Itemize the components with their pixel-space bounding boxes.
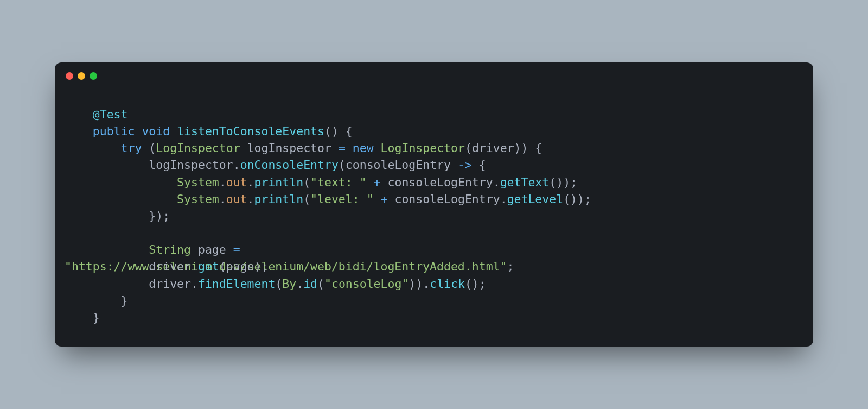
token-punct: () { <box>324 124 353 138</box>
token-prop: out <box>226 175 247 189</box>
token-punct: ( <box>465 141 472 155</box>
token-ident: page <box>198 243 226 256</box>
token-punct: ()); <box>563 192 591 206</box>
token-punct: . <box>500 192 507 206</box>
code-line: "https://www.selenium.dev/selenium/web/b… <box>55 258 813 275</box>
maximize-icon[interactable] <box>90 72 97 80</box>
token-punct: ( <box>149 141 156 155</box>
token-punct: ( <box>303 192 310 206</box>
token-punct: )) { <box>514 141 542 155</box>
token-punct: . <box>219 192 226 206</box>
code-line: } <box>55 292 813 309</box>
token-method: println <box>254 192 304 206</box>
token-type: System <box>177 192 219 206</box>
code-line: @Test <box>55 106 813 123</box>
token-punct: . <box>493 175 500 189</box>
token-ident: driver <box>472 141 514 155</box>
token-ident: consoleLogEntry <box>394 192 500 206</box>
token-type: LogInspector <box>156 141 240 155</box>
code-window: @Test public void listenToConsoleEvents(… <box>55 62 813 347</box>
minimize-icon[interactable] <box>78 72 85 80</box>
token-punct: . <box>191 277 198 291</box>
token-method: getText <box>500 175 550 189</box>
code-line: } <box>55 309 813 326</box>
code-line: System.out.println("text: " + consoleLog… <box>55 174 813 191</box>
token-punct: )). <box>409 277 430 291</box>
token-method: onConsoleEntry <box>240 158 339 172</box>
token-ident: logInspector <box>149 158 233 172</box>
token-punct: ; <box>507 260 514 273</box>
token-op: + <box>381 192 388 206</box>
token-punct: }); <box>149 209 170 223</box>
token-punct: ( <box>303 175 310 189</box>
token-op: = <box>339 141 346 155</box>
window-titlebar <box>55 62 813 80</box>
token-punct: } <box>121 294 128 307</box>
token-punct: } <box>93 311 100 324</box>
token-punct: (); <box>465 277 486 291</box>
code-line <box>55 224 813 241</box>
token-method: println <box>254 175 304 189</box>
token-str: "text: " <box>310 175 367 189</box>
token-ident: consoleLogEntry <box>388 175 493 189</box>
token-method: findElement <box>198 277 275 291</box>
code-line: driver.findElement(By.id("consoleLog")).… <box>55 275 813 292</box>
close-icon[interactable] <box>66 72 73 80</box>
code-line: }); <box>55 207 813 224</box>
token-punct: ( <box>339 158 346 172</box>
token-method: id <box>303 277 317 291</box>
token-str: "level: " <box>310 192 374 206</box>
code-line: String page = <box>55 241 813 258</box>
token-method: getLevel <box>507 192 564 206</box>
token-punct: { <box>479 158 486 172</box>
token-method: listenToConsoleEvents <box>177 124 324 138</box>
token-punct: ( <box>317 277 324 291</box>
token-op: + <box>374 175 381 189</box>
token-type: LogInspector <box>381 141 465 155</box>
token-type: String <box>149 243 191 256</box>
overlay-line: driver.get(page); <box>65 258 268 275</box>
token-punct: . <box>219 175 226 189</box>
token-type: By <box>282 277 296 291</box>
token-punct: . <box>296 277 303 291</box>
token-method: click <box>430 277 465 291</box>
token-punct: . <box>247 175 254 189</box>
token-op: = <box>233 243 240 256</box>
token-punct: ()); <box>549 175 577 189</box>
code-line: public void listenToConsoleEvents() { <box>55 123 813 140</box>
code-block: @Test public void listenToConsoleEvents(… <box>55 80 813 331</box>
token-ident: consoleLogEntry <box>346 158 451 172</box>
token-punct: ( <box>275 277 282 291</box>
code-line: logInspector.onConsoleEntry(consoleLogEn… <box>55 156 813 173</box>
code-line: System.out.println("level: " + consoleLo… <box>55 191 813 207</box>
token-ann: @Test <box>93 108 128 121</box>
token-punct: . <box>247 192 254 206</box>
token-prop: out <box>226 192 247 206</box>
token-str: "consoleLog" <box>324 277 409 291</box>
token-kw: void <box>142 124 170 138</box>
token-ident: logInspector <box>247 141 331 155</box>
token-new: new <box>353 141 374 155</box>
code-line: try (LogInspector logInspector = new Log… <box>55 140 813 156</box>
token-kw: try <box>121 141 142 155</box>
token-type: System <box>177 175 219 189</box>
token-kw: public <box>93 124 135 138</box>
token-op: -> <box>458 158 472 172</box>
token-punct: . <box>233 158 240 172</box>
token-ident: driver <box>149 277 191 291</box>
